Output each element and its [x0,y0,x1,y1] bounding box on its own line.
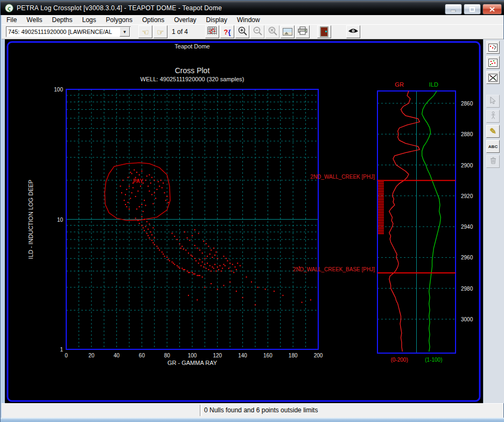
text-annotation-button[interactable]: ABC [486,140,500,153]
svg-text:0: 0 [65,353,68,358]
svg-text:GR - GAMMA RAY: GR - GAMMA RAY [167,360,218,366]
svg-text:3000: 3000 [461,316,473,322]
menu-file[interactable]: File [2,16,22,24]
app-window: ς PETRA Log Crossplot [v3008.3.0.4] - TE… [0,0,504,422]
points-icon [488,59,498,67]
menu-options[interactable]: Options [137,16,169,24]
toolbar: 745: 49025111920000 [LAWRENCE/AL ▼ ☜ ☞ 1… [2,24,503,39]
zoom-in-button[interactable] [235,25,249,38]
svg-text:2920: 2920 [461,193,473,199]
crossplot-and-logtrack-svg: Teapot DomeCross PlotWELL: 4902511192000… [5,39,483,403]
restore-button[interactable] [464,4,481,15]
figure-icon [491,111,496,122]
brace-icon: { [228,28,230,36]
hand-back-icon: ☜ [142,28,149,36]
well-selector-value: 745: 49025111920000 [LAWRENCE/AL [6,29,120,35]
eye-button[interactable] [346,25,360,38]
question-icon: ? [224,28,228,36]
trash-icon [490,157,496,166]
svg-text:GR: GR [395,81,404,88]
menu-polygons[interactable]: Polygons [101,16,137,24]
window-bottom-edge [1,418,504,422]
svg-text:(1-100): (1-100) [425,357,442,363]
close-button[interactable] [482,4,502,15]
svg-text:100: 100 [54,87,63,93]
svg-text:Cross Plot: Cross Plot [175,66,210,75]
svg-text:(0-200): (0-200) [390,357,408,363]
svg-text:ILD: ILD [429,81,438,88]
abc-icon: ABC [488,144,498,149]
trash-button[interactable] [486,155,500,168]
menu-overlay[interactable]: Overlay [169,16,201,24]
svg-text:2980: 2980 [461,286,473,292]
svg-text:PAY: PAY [133,178,143,184]
points-delete-icon [488,74,498,82]
crossplot-button[interactable] [205,25,219,38]
plot-canvas[interactable]: Teapot DomeCross PlotWELL: 4902511192000… [5,39,483,403]
cursor-arrow-icon [489,96,496,106]
menu-depths[interactable]: Depths [47,16,77,24]
svg-text:10: 10 [57,217,64,223]
pencil-icon: ✎ [489,126,496,136]
image-icon [283,28,292,36]
svg-text:160: 160 [263,353,272,358]
zoom-in-icon [238,26,247,38]
status-divider [200,405,202,416]
snapshot-button[interactable] [281,25,295,38]
curve-query-button[interactable]: ?{ [220,25,234,38]
status-text: 0 Nulls found and 6 points outside limit… [204,406,318,414]
zoom-cancel-icon [268,26,277,38]
svg-text:2900: 2900 [461,163,473,168]
crossplot-grid-icon [207,26,217,37]
zoom-out-icon [253,26,262,38]
menu-logs[interactable]: Logs [78,16,101,24]
erase-points-button[interactable] [486,71,500,84]
svg-text:2880: 2880 [461,131,473,137]
show-points-button[interactable] [486,56,500,69]
menu-wells[interactable]: Wells [22,16,47,24]
chevron-down-icon[interactable]: ▼ [120,27,130,37]
svg-text:200: 200 [314,353,323,358]
zoom-reset-button[interactable] [265,25,279,38]
svg-text:1: 1 [60,347,63,353]
next-well-button[interactable]: ☞ [153,25,167,38]
print-button[interactable] [296,25,310,38]
menu-bar: File Wells Depths Logs Polygons Options … [2,15,503,25]
pencil-button[interactable]: ✎ [486,125,500,138]
hand-forward-icon: ☞ [157,28,164,36]
printer-icon [298,26,307,37]
svg-text:2860: 2860 [461,101,473,107]
app-icon: ς [5,4,13,12]
minimize-button[interactable] [445,4,462,15]
svg-text:100: 100 [188,353,197,358]
svg-text:2940: 2940 [461,224,473,230]
exit-door-icon [320,26,328,37]
zoom-out-button[interactable] [250,25,264,38]
polygon-draw-button[interactable] [486,41,500,54]
svg-text:2ND_WALL_CREEK [PHJ]: 2ND_WALL_CREEK [PHJ] [310,174,375,180]
page-indicator: 1 of 4 [172,28,188,36]
well-selector[interactable]: 745: 49025111920000 [LAWRENCE/AL ▼ [6,26,131,37]
svg-text:WELL: 49025111920000 (320 sam: WELL: 49025111920000 (320 samples) [141,76,244,82]
polygon-draw-icon [488,44,498,52]
svg-text:20: 20 [88,353,95,358]
menu-window[interactable]: Window [232,16,265,24]
probe-button[interactable] [486,110,500,123]
svg-text:Teapot Dome: Teapot Dome [174,43,209,50]
svg-text:ILD - INDUCTION LOG DEEP: ILD - INDUCTION LOG DEEP [27,180,34,259]
right-tool-strip: ✎ ABC [483,39,504,403]
pointer-button[interactable] [486,95,500,108]
svg-text:2ND_WALL_CREEK_BASE [PHJ]: 2ND_WALL_CREEK_BASE [PHJ] [293,266,375,272]
exit-button[interactable] [317,25,331,38]
eye-icon [348,27,359,37]
previous-well-button[interactable]: ☜ [138,25,152,38]
status-bar: 0 Nulls found and 6 points outside limit… [2,403,503,418]
svg-text:40: 40 [114,353,120,358]
svg-text:120: 120 [213,353,222,358]
svg-text:180: 180 [289,353,298,358]
svg-text:2960: 2960 [461,255,473,261]
svg-text:80: 80 [164,353,171,358]
menu-display[interactable]: Display [201,16,232,24]
svg-text:140: 140 [238,353,247,358]
svg-text:60: 60 [139,353,145,358]
